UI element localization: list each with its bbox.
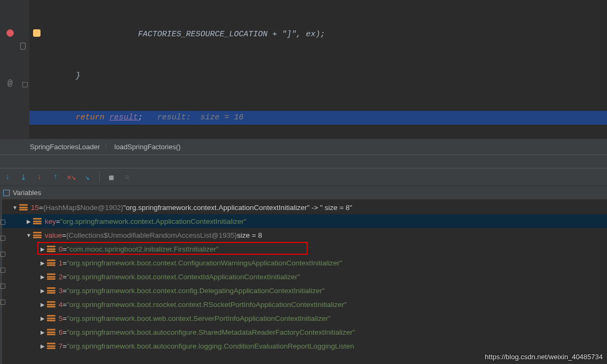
object-icon	[47, 273, 55, 280]
code-line-highlighted: return result; result: size = 16	[29, 111, 607, 125]
run-to-cursor-icon[interactable]: ↘	[83, 173, 92, 181]
tool-icon[interactable]	[0, 236, 5, 241]
debug-toolbar: ↓ ⤓ ↓ ↑ ✕↘ ↘ ▦ ≋	[0, 168, 607, 185]
tree-node[interactable]: ▶5 = "org.springframework.boot.web.conte…	[2, 311, 607, 325]
restore-icon[interactable]	[3, 190, 10, 196]
expand-arrow-icon[interactable]: ▶	[39, 246, 46, 252]
object-icon	[33, 232, 42, 238]
tree-node[interactable]: ▶7 = "org.springframework.boot.autoconfi…	[2, 339, 607, 353]
arrow-down-icon[interactable]: ↓	[3, 173, 12, 181]
code-editor[interactable]: @ FACTORIES_RESOURCE_LOCATION + "]", ex)…	[0, 0, 607, 139]
tree-node[interactable]: ▶2 = "org.springframework.boot.context.C…	[2, 270, 607, 284]
tool-icon[interactable]	[0, 300, 5, 305]
variables-tree[interactable]: ▼ 15 = {HashMap$Node@1902} "org.springfr…	[0, 199, 607, 364]
breadcrumb-item[interactable]: loadSpringFactories()	[115, 143, 181, 151]
tree-node[interactable]: ▼ value = {Collections$UnmodifiableRando…	[2, 228, 607, 242]
object-icon	[47, 287, 55, 294]
code-area[interactable]: FACTORIES_RESOURCE_LOCATION + "]", ex); …	[29, 0, 607, 139]
var-value: "org.springframework.boot.context.Config…	[67, 259, 342, 267]
var-value: "com.mooc.springboot2.initializer.FirstI…	[67, 245, 218, 253]
toolbar-separator	[99, 172, 100, 182]
tool-icon[interactable]	[0, 268, 5, 273]
object-icon	[47, 260, 55, 266]
var-index: 5	[59, 314, 63, 322]
var-value: "org.springframework.boot.web.context.Se…	[67, 314, 330, 322]
object-icon	[47, 329, 55, 335]
object-icon	[47, 315, 55, 321]
expand-arrow-icon[interactable]: ▶	[39, 288, 46, 294]
tree-node[interactable]: ▶4 = "org.springframework.boot.rsocket.c…	[2, 297, 607, 311]
object-icon	[19, 204, 28, 211]
expand-arrow-icon[interactable]: ▶	[39, 329, 46, 335]
object-icon	[33, 218, 42, 224]
drop-frame-icon[interactable]: ✕↘	[67, 173, 76, 181]
expand-arrow-icon[interactable]: ▶	[26, 219, 32, 224]
gutter: @	[0, 0, 29, 139]
tree-node[interactable]: ▶0 = "com.mooc.springboot2.initializer.F…	[2, 242, 607, 256]
calculator-icon[interactable]: ▦	[107, 173, 116, 181]
tree-node-selected[interactable]: ▶ key = "org.springframework.context.App…	[2, 214, 607, 228]
left-tool-strip	[0, 214, 5, 305]
tool-icon[interactable]	[0, 252, 5, 257]
object-icon	[47, 343, 55, 349]
arrow-up-icon[interactable]: ↑	[51, 173, 60, 181]
var-value: "org.springframework.boot.rsocket.contex…	[67, 301, 346, 309]
var-value: "org.springframework.boot.context.Contex…	[67, 273, 300, 281]
expand-arrow-icon[interactable]: ▶	[39, 274, 46, 280]
object-icon	[47, 301, 55, 308]
annotation-icon: @	[7, 79, 13, 88]
trace-icon[interactable]: ≋	[123, 173, 132, 181]
arrow-down-line-icon[interactable]: ⤓	[19, 173, 28, 181]
watermark-text: https://blog.csdn.net/weixin_40485734	[485, 353, 603, 361]
code-line: }	[29, 69, 607, 83]
object-icon	[47, 246, 55, 252]
panel-title: Variables	[13, 189, 41, 197]
tree-node[interactable]: ▼ 15 = {HashMap$Node@1902} "org.springfr…	[2, 200, 607, 214]
fold-icon[interactable]	[22, 82, 28, 87]
code-line: FACTORIES_RESOURCE_LOCATION + "]", ex);	[29, 28, 607, 42]
lock-icon	[20, 43, 26, 50]
tree-node[interactable]: ▶3 = "org.springframework.boot.context.c…	[2, 284, 607, 297]
var-index: 7	[59, 342, 63, 350]
var-index: 4	[59, 301, 63, 309]
expand-arrow-icon[interactable]: ▼	[12, 205, 18, 211]
expand-arrow-icon[interactable]: ▶	[39, 343, 46, 349]
arrow-down-red-icon[interactable]: ↓	[35, 173, 44, 181]
breadcrumb-item[interactable]: SpringFactoriesLoader	[30, 143, 100, 151]
breadcrumb-separator: 〉	[104, 143, 110, 151]
var-value: "org.springframework.boot.autoconfigure.…	[67, 342, 354, 350]
var-index: 2	[59, 273, 63, 281]
expand-arrow-icon[interactable]: ▶	[39, 302, 46, 308]
expand-arrow-icon[interactable]: ▶	[39, 260, 46, 266]
var-value: "org.springframework.boot.autoconfigure.…	[67, 328, 355, 336]
panel-divider[interactable]	[0, 155, 607, 168]
tree-node[interactable]: ▶6 = "org.springframework.boot.autoconfi…	[2, 325, 607, 339]
var-index: 3	[59, 287, 63, 295]
tool-icon[interactable]	[0, 284, 5, 289]
variables-panel-header[interactable]: Variables	[0, 185, 607, 199]
breadcrumb[interactable]: SpringFactoriesLoader 〉 loadSpringFactor…	[0, 139, 607, 155]
expand-arrow-icon[interactable]: ▼	[26, 232, 32, 238]
breakpoint-icon[interactable]	[6, 29, 14, 37]
var-index: 0	[59, 245, 63, 253]
tool-icon[interactable]	[0, 220, 5, 225]
var-index: 1	[59, 259, 63, 267]
var-value: "org.springframework.boot.context.config…	[67, 287, 325, 295]
expand-arrow-icon[interactable]: ▶	[39, 316, 46, 321]
tree-node[interactable]: ▶1 = "org.springframework.boot.context.C…	[2, 256, 607, 270]
var-index: 6	[59, 328, 63, 336]
